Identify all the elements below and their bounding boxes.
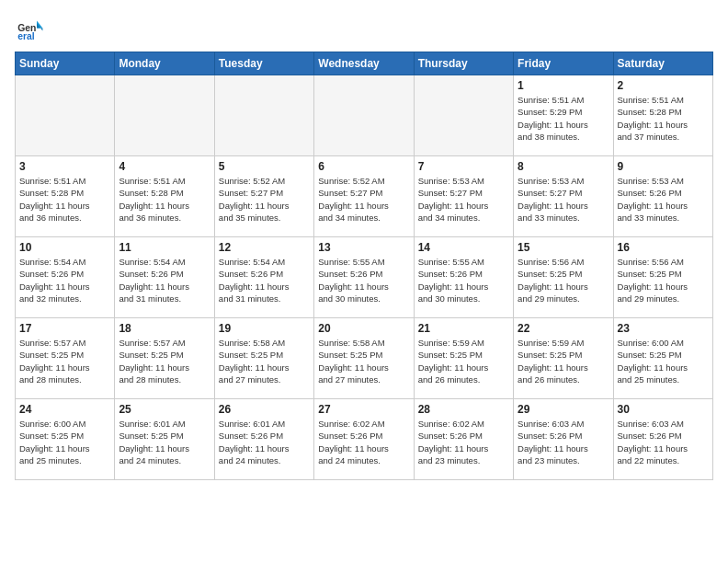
day-number: 23 xyxy=(618,322,709,335)
calendar-cell: 2Sunrise: 5:51 AM Sunset: 5:28 PM Daylig… xyxy=(613,75,712,156)
day-info: Sunrise: 6:00 AM Sunset: 5:25 PM Dayligh… xyxy=(19,418,110,466)
logo-icon: Gen eral xyxy=(15,15,44,44)
weekday-header-wednesday: Wednesday xyxy=(314,52,414,75)
day-number: 25 xyxy=(119,403,210,416)
day-info: Sunrise: 5:51 AM Sunset: 5:29 PM Dayligh… xyxy=(518,94,609,143)
day-info: Sunrise: 5:57 AM Sunset: 5:25 PM Dayligh… xyxy=(19,337,110,385)
day-number: 18 xyxy=(119,322,210,335)
svg-text:eral: eral xyxy=(17,31,35,41)
day-number: 28 xyxy=(418,403,509,416)
day-info: Sunrise: 5:54 AM Sunset: 5:26 PM Dayligh… xyxy=(19,256,110,304)
day-info: Sunrise: 5:52 AM Sunset: 5:27 PM Dayligh… xyxy=(219,175,310,224)
day-number: 21 xyxy=(418,322,509,335)
calendar-cell: 26Sunrise: 6:01 AM Sunset: 5:26 PM Dayli… xyxy=(214,399,313,480)
calendar-cell: 6Sunrise: 5:52 AM Sunset: 5:27 PM Daylig… xyxy=(314,156,414,237)
calendar-cell xyxy=(16,75,115,156)
calendar-cell: 15Sunrise: 5:56 AM Sunset: 5:25 PM Dayli… xyxy=(514,237,613,318)
day-number: 22 xyxy=(518,322,609,335)
day-info: Sunrise: 5:57 AM Sunset: 5:25 PM Dayligh… xyxy=(119,337,210,385)
day-number: 15 xyxy=(518,241,609,254)
calendar-cell: 22Sunrise: 5:59 AM Sunset: 5:25 PM Dayli… xyxy=(514,318,613,399)
calendar-cell xyxy=(214,75,313,156)
calendar-cell: 3Sunrise: 5:51 AM Sunset: 5:28 PM Daylig… xyxy=(16,156,115,237)
day-info: Sunrise: 6:00 AM Sunset: 5:25 PM Dayligh… xyxy=(618,337,709,385)
day-number: 16 xyxy=(618,241,709,254)
day-info: Sunrise: 5:58 AM Sunset: 5:25 PM Dayligh… xyxy=(318,337,409,385)
calendar-cell xyxy=(414,75,513,156)
calendar-cell: 4Sunrise: 5:51 AM Sunset: 5:28 PM Daylig… xyxy=(115,156,214,237)
day-info: Sunrise: 5:51 AM Sunset: 5:28 PM Dayligh… xyxy=(618,94,709,143)
day-number: 4 xyxy=(119,160,210,173)
day-number: 29 xyxy=(518,403,609,416)
day-info: Sunrise: 5:56 AM Sunset: 5:25 PM Dayligh… xyxy=(618,256,709,304)
day-number: 8 xyxy=(518,160,609,173)
weekday-header-saturday: Saturday xyxy=(613,52,712,75)
calendar-cell: 7Sunrise: 5:53 AM Sunset: 5:27 PM Daylig… xyxy=(414,156,513,237)
day-number: 27 xyxy=(318,403,409,416)
day-number: 3 xyxy=(19,160,110,173)
day-info: Sunrise: 5:55 AM Sunset: 5:26 PM Dayligh… xyxy=(318,256,409,304)
calendar-cell: 19Sunrise: 5:58 AM Sunset: 5:25 PM Dayli… xyxy=(214,318,313,399)
day-number: 12 xyxy=(219,241,310,254)
calendar-cell: 27Sunrise: 6:02 AM Sunset: 5:26 PM Dayli… xyxy=(314,399,414,480)
week-row-2: 10Sunrise: 5:54 AM Sunset: 5:26 PM Dayli… xyxy=(16,237,713,318)
day-info: Sunrise: 6:01 AM Sunset: 5:26 PM Dayligh… xyxy=(219,418,310,466)
day-number: 7 xyxy=(418,160,509,173)
day-info: Sunrise: 6:02 AM Sunset: 5:26 PM Dayligh… xyxy=(418,418,509,466)
day-number: 1 xyxy=(518,79,609,92)
calendar-cell: 13Sunrise: 5:55 AM Sunset: 5:26 PM Dayli… xyxy=(314,237,414,318)
day-number: 24 xyxy=(19,403,110,416)
weekday-header-monday: Monday xyxy=(115,52,214,75)
weekday-header-row: SundayMondayTuesdayWednesdayThursdayFrid… xyxy=(16,52,713,75)
calendar-cell: 9Sunrise: 5:53 AM Sunset: 5:26 PM Daylig… xyxy=(613,156,712,237)
day-info: Sunrise: 5:53 AM Sunset: 5:27 PM Dayligh… xyxy=(518,175,609,224)
calendar-cell: 28Sunrise: 6:02 AM Sunset: 5:26 PM Dayli… xyxy=(414,399,513,480)
day-info: Sunrise: 5:55 AM Sunset: 5:26 PM Dayligh… xyxy=(418,256,509,304)
weekday-header-thursday: Thursday xyxy=(414,52,513,75)
logo: Gen eral xyxy=(15,15,48,44)
week-row-1: 3Sunrise: 5:51 AM Sunset: 5:28 PM Daylig… xyxy=(16,156,713,237)
calendar-table: SundayMondayTuesdayWednesdayThursdayFrid… xyxy=(15,52,713,480)
calendar-cell: 20Sunrise: 5:58 AM Sunset: 5:25 PM Dayli… xyxy=(314,318,414,399)
day-number: 2 xyxy=(618,79,709,92)
header: Gen eral xyxy=(15,15,713,44)
calendar-cell xyxy=(314,75,414,156)
calendar-cell: 25Sunrise: 6:01 AM Sunset: 5:25 PM Dayli… xyxy=(115,399,214,480)
day-number: 14 xyxy=(418,241,509,254)
calendar-cell xyxy=(115,75,214,156)
calendar-cell: 21Sunrise: 5:59 AM Sunset: 5:25 PM Dayli… xyxy=(414,318,513,399)
day-info: Sunrise: 5:58 AM Sunset: 5:25 PM Dayligh… xyxy=(219,337,310,385)
calendar-cell: 10Sunrise: 5:54 AM Sunset: 5:26 PM Dayli… xyxy=(16,237,115,318)
day-info: Sunrise: 6:01 AM Sunset: 5:25 PM Dayligh… xyxy=(119,418,210,466)
week-row-3: 17Sunrise: 5:57 AM Sunset: 5:25 PM Dayli… xyxy=(16,318,713,399)
day-info: Sunrise: 5:56 AM Sunset: 5:25 PM Dayligh… xyxy=(518,256,609,304)
day-info: Sunrise: 5:59 AM Sunset: 5:25 PM Dayligh… xyxy=(418,337,509,385)
calendar-cell: 18Sunrise: 5:57 AM Sunset: 5:25 PM Dayli… xyxy=(115,318,214,399)
day-info: Sunrise: 5:51 AM Sunset: 5:28 PM Dayligh… xyxy=(19,175,110,224)
calendar-cell: 5Sunrise: 5:52 AM Sunset: 5:27 PM Daylig… xyxy=(214,156,313,237)
day-number: 11 xyxy=(119,241,210,254)
day-info: Sunrise: 6:02 AM Sunset: 5:26 PM Dayligh… xyxy=(318,418,409,466)
day-info: Sunrise: 5:52 AM Sunset: 5:27 PM Dayligh… xyxy=(318,175,409,224)
calendar-cell: 24Sunrise: 6:00 AM Sunset: 5:25 PM Dayli… xyxy=(16,399,115,480)
day-number: 26 xyxy=(219,403,310,416)
calendar-cell: 8Sunrise: 5:53 AM Sunset: 5:27 PM Daylig… xyxy=(514,156,613,237)
calendar-cell: 17Sunrise: 5:57 AM Sunset: 5:25 PM Dayli… xyxy=(16,318,115,399)
day-number: 6 xyxy=(318,160,409,173)
weekday-header-sunday: Sunday xyxy=(16,52,115,75)
weekday-header-friday: Friday xyxy=(514,52,613,75)
day-info: Sunrise: 5:59 AM Sunset: 5:25 PM Dayligh… xyxy=(518,337,609,385)
day-info: Sunrise: 5:53 AM Sunset: 5:26 PM Dayligh… xyxy=(618,175,709,224)
calendar-cell: 16Sunrise: 5:56 AM Sunset: 5:25 PM Dayli… xyxy=(613,237,712,318)
day-number: 20 xyxy=(318,322,409,335)
day-info: Sunrise: 5:51 AM Sunset: 5:28 PM Dayligh… xyxy=(119,175,210,224)
day-info: Sunrise: 6:03 AM Sunset: 5:26 PM Dayligh… xyxy=(518,418,609,466)
day-number: 9 xyxy=(618,160,709,173)
week-row-4: 24Sunrise: 6:00 AM Sunset: 5:25 PM Dayli… xyxy=(16,399,713,480)
day-number: 19 xyxy=(219,322,310,335)
calendar-cell: 30Sunrise: 6:03 AM Sunset: 5:26 PM Dayli… xyxy=(613,399,712,480)
day-number: 30 xyxy=(618,403,709,416)
day-number: 17 xyxy=(19,322,110,335)
calendar-cell: 1Sunrise: 5:51 AM Sunset: 5:29 PM Daylig… xyxy=(514,75,613,156)
week-row-0: 1Sunrise: 5:51 AM Sunset: 5:29 PM Daylig… xyxy=(16,75,713,156)
